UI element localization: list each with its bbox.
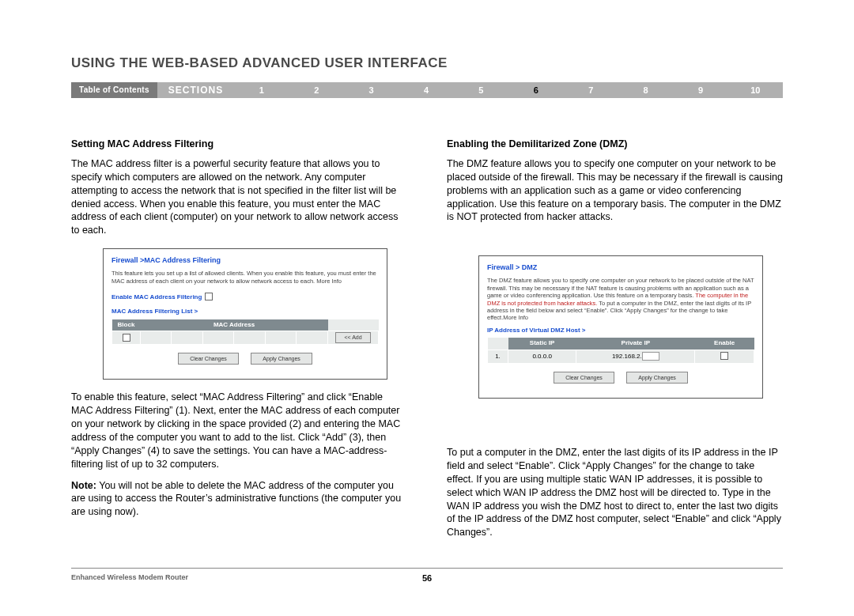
page-footer: Enhanced Wireless Modem Router 56: [71, 568, 783, 581]
nav-section-5[interactable]: 5: [454, 82, 508, 98]
nav-toc[interactable]: Table of Contents: [71, 82, 157, 98]
mac-row-checkbox[interactable]: [123, 334, 130, 342]
dmz-th-enable: Enable: [695, 338, 754, 350]
mac-list-label: MAC Address Filtering List >: [111, 308, 379, 316]
right-column: Enabling the Demilitarized Zone (DMZ) Th…: [447, 138, 783, 547]
dmz-panel-title: Firewall > DMZ: [487, 263, 754, 272]
dmz-enable-checkbox[interactable]: [720, 352, 728, 360]
dmz-panel: Firewall > DMZ The DMZ feature allows yo…: [478, 255, 763, 399]
dmz-row-num: 1.: [488, 350, 508, 363]
left-p2: To enable this feature, select “MAC Addr…: [71, 391, 407, 471]
mac-row: << Add: [112, 331, 379, 344]
section-navbar: Table of Contents SECTIONS 1 2 3 4 5 6 7…: [71, 82, 783, 98]
left-column: Setting MAC Address Filtering The MAC ad…: [71, 138, 407, 547]
dmz-panel-desc: The DMZ feature allows you to specify on…: [487, 277, 754, 321]
mac-octet-6[interactable]: [297, 331, 328, 344]
right-heading: Enabling the Demilitarized Zone (DMZ): [447, 138, 783, 151]
right-p2: To put a computer in the DMZ, enter the …: [447, 446, 783, 539]
nav-section-3[interactable]: 3: [344, 82, 399, 98]
mac-th-block: Block: [112, 319, 141, 331]
right-p1: The DMZ feature allows you to specify on…: [447, 157, 783, 224]
mac-octet-3[interactable]: [202, 331, 233, 344]
mac-apply-button[interactable]: Apply Changes: [251, 353, 312, 365]
page-title: USING THE WEB-BASED ADVANCED USER INTERF…: [71, 55, 783, 71]
mac-panel-title: Firewall >MAC Address Filtering: [111, 255, 379, 265]
dmz-th-static: Static IP: [508, 338, 576, 350]
nav-section-8[interactable]: 8: [618, 82, 673, 98]
mac-octet-1[interactable]: [141, 331, 172, 344]
mac-clear-button[interactable]: Clear Changes: [178, 353, 239, 365]
nav-section-6[interactable]: 6: [508, 82, 563, 98]
mac-octet-5[interactable]: [265, 331, 296, 344]
dmz-row: 1. 0.0.0.0 192.168.2.: [488, 350, 754, 363]
dmz-ip-label: IP Address of Virtual DMZ Host >: [487, 327, 754, 335]
left-p1: The MAC address filter is a powerful sec…: [71, 157, 407, 237]
enable-mac-checkbox[interactable]: [205, 293, 213, 300]
nav-sections-label: SECTIONS: [157, 82, 234, 98]
nav-section-2[interactable]: 2: [289, 82, 344, 98]
mac-table: Block MAC Address << Add: [111, 319, 379, 345]
nav-section-4[interactable]: 4: [399, 82, 453, 98]
nav-section-7[interactable]: 7: [564, 82, 618, 98]
enable-mac-label: Enable MAC Address Filtering: [111, 293, 202, 300]
mac-octet-4[interactable]: [234, 331, 265, 344]
nav-section-9[interactable]: 9: [673, 82, 727, 98]
mac-th-address: MAC Address: [141, 319, 328, 331]
nav-section-10[interactable]: 10: [728, 82, 783, 98]
left-p3: Note: You will not be able to delete the…: [71, 479, 407, 520]
mac-add-button[interactable]: << Add: [335, 332, 370, 342]
dmz-static-ip[interactable]: 0.0.0.0: [508, 350, 576, 363]
dmz-th-private: Private IP: [576, 338, 695, 350]
left-heading: Setting MAC Address Filtering: [71, 138, 407, 151]
dmz-clear-button[interactable]: Clear Changes: [554, 372, 614, 384]
mac-octet-2[interactable]: [172, 331, 202, 344]
dmz-table: Static IP Private IP Enable 1. 0.0.0.0 1…: [487, 338, 754, 363]
mac-panel-desc: This feature lets you set up a list of a…: [111, 270, 379, 285]
footer-page-number: 56: [422, 573, 432, 583]
mac-filter-panel: Firewall >MAC Address Filtering This fea…: [103, 248, 387, 380]
dmz-apply-button[interactable]: Apply Changes: [626, 372, 687, 384]
nav-section-1[interactable]: 1: [234, 82, 289, 98]
dmz-private-ip[interactable]: 192.168.2.: [576, 350, 695, 363]
